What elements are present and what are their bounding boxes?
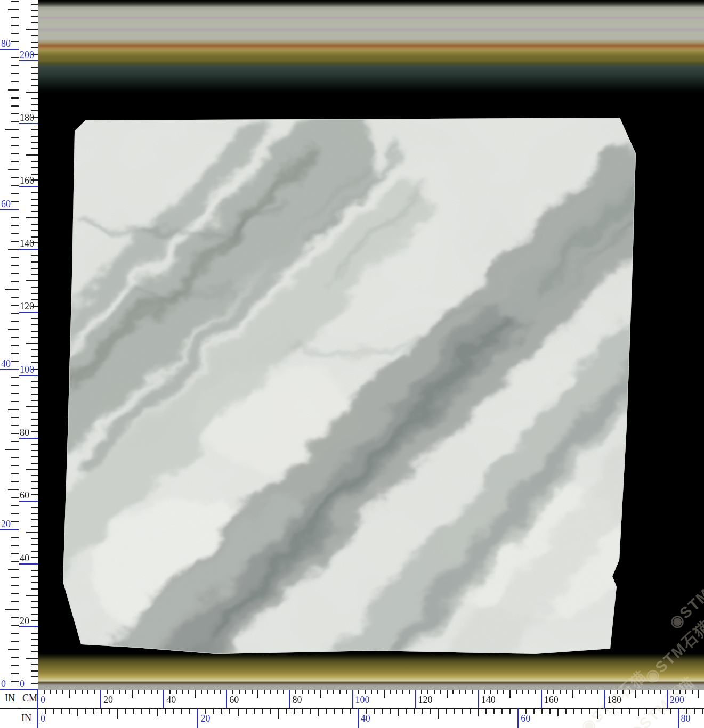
vertical-cm-number: 20: [20, 617, 29, 625]
cm-major-line: [19, 60, 38, 61]
horizontal-in-number: 40: [361, 714, 370, 723]
cm-tick: [31, 293, 38, 294]
in-tick: [5, 609, 19, 610]
cm-tick: [31, 651, 38, 652]
cm-tick: [402, 690, 403, 694]
in-tick: [11, 601, 19, 602]
cm-tick: [31, 104, 38, 105]
in-bottom-unit-label: IN: [21, 713, 31, 724]
horizontal-in-number: 20: [200, 714, 210, 723]
in-major-line: [0, 529, 19, 530]
cm-tick: [31, 110, 38, 111]
cm-tick: [31, 670, 38, 672]
cm-major-line: [478, 690, 479, 708]
cm-tick: [553, 690, 554, 694]
in-tick: [11, 145, 19, 146]
cm-tick: [365, 690, 366, 694]
cm-tick: [277, 690, 278, 694]
cm-tick: [31, 161, 38, 162]
cm-major-line: [163, 690, 164, 708]
cm-tick: [31, 42, 38, 43]
cm-major-line: [19, 689, 38, 690]
in-unit-label: IN: [5, 693, 15, 704]
cm-tick: [26, 92, 38, 93]
cm-tick: [44, 690, 45, 694]
cm-tick: [31, 148, 38, 149]
in-tick: [213, 708, 214, 714]
cm-tick: [144, 690, 145, 694]
cm-major-line: [19, 123, 38, 124]
in-tick: [454, 708, 455, 714]
cm-tick: [31, 136, 38, 137]
cm-tick: [31, 463, 38, 464]
cm-tick: [195, 690, 196, 698]
in-tick: [8, 489, 19, 490]
cm-tick: [692, 690, 693, 694]
cm-tick: [396, 690, 397, 694]
in-tick: [398, 708, 399, 716]
in-tick: [109, 708, 110, 714]
cm-tick: [31, 199, 38, 200]
in-tick: [45, 708, 46, 714]
in-tick: [501, 708, 503, 714]
in-tick: [430, 708, 431, 714]
in-tick: [565, 708, 567, 714]
cm-tick: [31, 230, 38, 231]
cm-tick: [610, 690, 611, 694]
in-tick: [470, 708, 471, 714]
cm-tick: [31, 331, 38, 332]
in-tick: [11, 97, 19, 99]
in-tick: [621, 708, 622, 714]
cm-tick: [26, 343, 38, 344]
cm-tick: [31, 268, 38, 269]
cm-major-line: [352, 690, 353, 708]
cm-tick: [125, 690, 126, 694]
in-tick: [11, 73, 19, 74]
cm-tick: [252, 690, 253, 694]
in-tick: [11, 585, 19, 586]
in-tick: [11, 177, 19, 178]
in-tick: [613, 708, 614, 714]
in-tick: [8, 249, 19, 250]
cm-major-line: [19, 312, 38, 313]
horizontal-cm-number: 180: [607, 696, 621, 704]
cm-tick: [390, 690, 391, 694]
cm-tick: [648, 690, 649, 694]
cm-tick: [176, 690, 177, 694]
cm-tick: [346, 690, 347, 694]
in-tick: [350, 708, 351, 714]
cm-tick: [31, 224, 38, 225]
cm-tick: [214, 690, 215, 694]
cm-tick: [384, 690, 385, 698]
cm-tick: [440, 690, 441, 694]
in-tick: [11, 273, 19, 274]
in-tick: [533, 708, 535, 714]
cm-tick: [31, 431, 38, 432]
cm-tick: [660, 690, 661, 694]
cm-tick: [572, 690, 573, 698]
in-tick: [11, 425, 19, 426]
cm-tick: [31, 513, 38, 514]
in-tick: [11, 497, 19, 498]
cm-tick: [26, 406, 38, 407]
in-tick: [485, 708, 487, 714]
vertical-cm-number: 0: [20, 680, 25, 688]
cm-tick: [270, 690, 271, 694]
cm-tick: [31, 588, 38, 590]
cm-tick: [452, 690, 454, 694]
in-tick: [11, 593, 19, 594]
in-tick: [11, 617, 19, 618]
horizontal-cm-number: 40: [166, 696, 176, 704]
cm-tick: [31, 633, 38, 634]
vertical-in-number: 40: [1, 359, 11, 368]
horizontal-cm-number: 100: [355, 696, 370, 704]
cm-tick: [516, 690, 517, 694]
cm-tick: [308, 690, 309, 694]
in-tick: [8, 569, 19, 570]
in-tick: [133, 708, 134, 714]
cm-tick: [622, 690, 624, 694]
cm-tick: [31, 557, 38, 558]
cm-tick: [447, 690, 448, 698]
cm-tick: [26, 217, 38, 218]
cm-tick: [31, 570, 38, 571]
